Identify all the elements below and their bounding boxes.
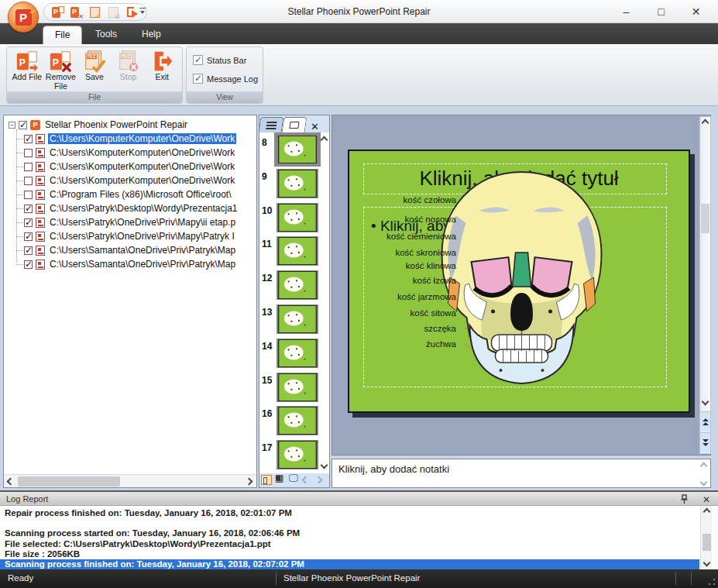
next-slide-button[interactable] bbox=[700, 432, 710, 452]
thumbnail-row[interactable]: 9 bbox=[259, 167, 329, 201]
scrollbar-thumb[interactable] bbox=[701, 204, 709, 233]
thumbnail-row[interactable]: 16 bbox=[259, 404, 329, 438]
log-line[interactable]: File selected: C:\Users\Patryk\Desktop\W… bbox=[0, 539, 699, 549]
minimize-button[interactable]: – bbox=[609, 2, 644, 22]
slide-canvas[interactable]: Kliknij, aby dodać tytuł • Kliknij, aby … bbox=[348, 150, 690, 413]
tree-item[interactable]: C:\Users\Patryk\Desktop\Wordy\Prezentacj… bbox=[4, 201, 256, 215]
add-file-button[interactable]: P Add File bbox=[10, 50, 44, 92]
scroll-up-icon[interactable] bbox=[700, 462, 708, 470]
checkbox-icon[interactable] bbox=[24, 191, 33, 199]
tree-item[interactable]: C:\Users\Samanta\OneDrive\Priv\Patryk\Ma… bbox=[4, 243, 256, 257]
scroll-down-icon[interactable] bbox=[700, 399, 710, 404]
thumbnail-row[interactable]: 13 bbox=[259, 302, 329, 336]
remove-file-button[interactable]: P Remove File bbox=[44, 50, 78, 92]
exit-button[interactable]: Exit bbox=[145, 50, 179, 92]
thumbnail-row[interactable]: 17 bbox=[259, 438, 329, 472]
thumbnail-row[interactable]: 12 bbox=[259, 268, 329, 302]
scroll-right-icon[interactable] bbox=[246, 477, 253, 485]
tab-tools[interactable]: Tools bbox=[84, 26, 129, 44]
checkbox-icon[interactable] bbox=[24, 218, 33, 227]
close-pane-icon[interactable]: ✕ bbox=[311, 121, 319, 132]
tree-item[interactable]: C:\Users\KomputerKomputer\OneDrive\Work bbox=[4, 146, 256, 160]
thumbnail-row[interactable]: 14 bbox=[259, 336, 329, 370]
previous-slide-icon[interactable] bbox=[302, 476, 310, 483]
stop-button[interactable]: FILE Stop bbox=[112, 50, 146, 92]
tree-item[interactable]: C:\Users\Patryk\OneDrive\Priv\Mapy\Patry… bbox=[4, 229, 256, 243]
tree-item[interactable]: C:\Users\KomputerKomputer\OneDrive\Work bbox=[4, 132, 256, 146]
tree-horizontal-scrollbar[interactable] bbox=[4, 474, 256, 487]
scroll-left-icon[interactable] bbox=[7, 477, 15, 485]
maximize-button[interactable]: □ bbox=[644, 2, 678, 22]
slide-thumbnail[interactable] bbox=[277, 203, 318, 232]
notes-pane[interactable]: Kliknij, aby dodać notatki bbox=[332, 459, 711, 488]
checkbox-icon[interactable] bbox=[24, 260, 33, 269]
tab-help[interactable]: Help bbox=[130, 26, 173, 44]
log-line[interactable]: Repair process finished on: Tuesday, Jan… bbox=[0, 508, 699, 518]
log-vertical-scrollbar[interactable] bbox=[700, 506, 712, 571]
scroll-up-icon[interactable] bbox=[701, 509, 712, 514]
slides-view-tab[interactable] bbox=[282, 117, 307, 132]
thumbnail-row[interactable]: 11 bbox=[259, 234, 329, 268]
checkbox-icon[interactable] bbox=[24, 246, 33, 255]
preview-vertical-scrollbar[interactable] bbox=[699, 116, 711, 454]
previous-slide-button[interactable] bbox=[700, 411, 710, 432]
scroll-down-icon[interactable] bbox=[701, 560, 712, 566]
checkbox-icon[interactable] bbox=[24, 205, 33, 213]
slide-thumbnail[interactable] bbox=[277, 440, 318, 469]
checkbox-icon[interactable] bbox=[19, 121, 27, 129]
message-log-checkbox[interactable]: Message Log bbox=[193, 74, 258, 84]
log-line[interactable] bbox=[0, 518, 699, 528]
log-line[interactable]: Scanning process started on: Tuesday, Ja… bbox=[0, 528, 699, 538]
tree-item[interactable]: C:\Users\Samanta\OneDrive\Priv\Patryk\Ma… bbox=[4, 257, 256, 271]
tree-item[interactable]: C:\Users\KomputerKomputer\OneDrive\Work bbox=[4, 160, 256, 174]
scrollbar-thumb[interactable] bbox=[18, 476, 120, 487]
slide-thumbnail[interactable] bbox=[277, 169, 318, 198]
grid-view-icon[interactable] bbox=[275, 475, 286, 485]
close-log-icon[interactable]: ✕ bbox=[703, 493, 710, 507]
svg-text:FILE: FILE bbox=[121, 54, 130, 59]
view-mode-toolbar bbox=[259, 473, 329, 486]
thumbnail-row[interactable]: 10 bbox=[259, 201, 329, 235]
save-button[interactable]: FILE Save bbox=[77, 50, 112, 92]
slide-thumbnail[interactable] bbox=[277, 406, 318, 435]
tree-item[interactable]: C:\Users\Patryk\OneDrive\Priv\Mapy\ii et… bbox=[4, 215, 256, 229]
checkbox-icon[interactable] bbox=[24, 135, 33, 143]
slide-thumbnail[interactable] bbox=[277, 339, 318, 368]
scroll-down-icon[interactable] bbox=[700, 479, 708, 487]
scroll-up-icon[interactable] bbox=[700, 120, 710, 126]
slide-thumbnail[interactable] bbox=[277, 373, 318, 402]
slide-thumbnail[interactable] bbox=[277, 304, 318, 334]
slide-thumbnail[interactable] bbox=[277, 135, 318, 164]
close-button[interactable]: ✕ bbox=[678, 2, 713, 22]
slideshow-icon[interactable] bbox=[289, 475, 300, 485]
tree-root-item[interactable]: − P Stellar Phoenix PowerPoint Repair bbox=[4, 118, 256, 132]
tab-file[interactable]: File bbox=[43, 26, 82, 44]
app-icon[interactable]: P bbox=[8, 2, 39, 33]
next-slide-icon[interactable] bbox=[315, 476, 323, 483]
checkbox-icon[interactable] bbox=[24, 232, 33, 241]
resize-grip[interactable] bbox=[707, 577, 716, 586]
checkbox-icon[interactable] bbox=[24, 149, 33, 157]
outline-view-tab[interactable] bbox=[259, 117, 284, 132]
slide-thumbnail[interactable] bbox=[277, 270, 318, 300]
checkbox-icon[interactable] bbox=[24, 177, 33, 185]
notes-scrollbar[interactable] bbox=[699, 461, 709, 487]
slide-number: 13 bbox=[262, 307, 272, 318]
slide-number: 14 bbox=[262, 341, 272, 352]
log-line[interactable]: Scanning process finished on: Tuesday, J… bbox=[0, 559, 699, 569]
normal-view-icon[interactable] bbox=[261, 475, 272, 485]
tree-item[interactable]: C:\Program Files (x86)\Microsoft Office\… bbox=[4, 187, 256, 201]
collapse-icon[interactable]: − bbox=[9, 122, 15, 129]
checkbox-icon[interactable] bbox=[193, 74, 203, 84]
pin-icon[interactable] bbox=[680, 494, 689, 504]
tree-item[interactable]: C:\Users\KomputerKomputer\OneDrive\Work bbox=[4, 174, 256, 187]
slide-thumbnail[interactable] bbox=[277, 236, 318, 266]
thumbnail-row[interactable]: 8 bbox=[259, 132, 329, 167]
status-bar-checkbox[interactable]: Status Bar bbox=[193, 55, 246, 65]
checkbox-icon[interactable] bbox=[193, 55, 203, 65]
thumbnail-row[interactable]: 15 bbox=[259, 370, 329, 404]
checkbox-icon[interactable] bbox=[24, 163, 33, 171]
slide-preview-pane: Kliknij, aby dodać tytuł • Kliknij, aby … bbox=[332, 115, 711, 456]
log-line[interactable]: File size : 2056KB bbox=[0, 549, 699, 559]
scrollbar-thumb[interactable] bbox=[703, 534, 711, 551]
